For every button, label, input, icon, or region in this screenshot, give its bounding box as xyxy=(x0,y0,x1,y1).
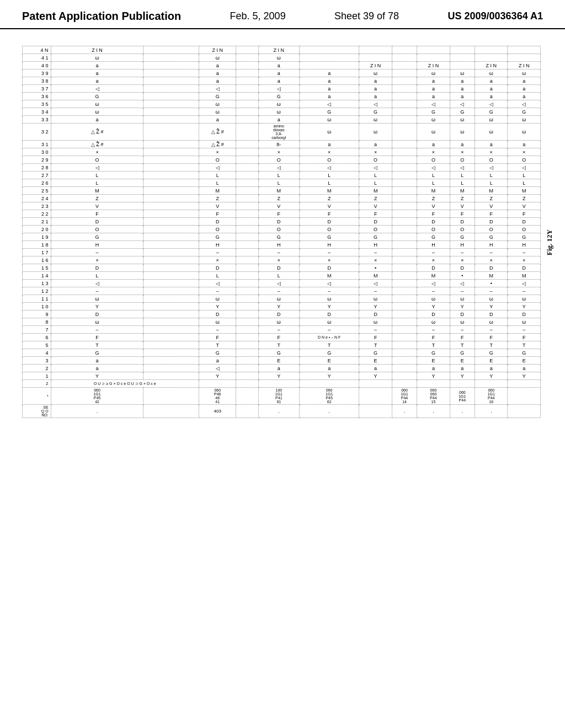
table-row: 1 3 ◁ ◁ ◁ ◁ ◁ ◁ ◁ • ◁ xyxy=(23,280,541,287)
table-row: 2 5 M M M M M M M M M xyxy=(23,187,541,195)
table-row: 9 D D D D D D D D D xyxy=(23,311,541,318)
table-row: 2 7 L L L L L L L L L xyxy=(23,172,541,179)
table-row: 2 8 ◁ ◁ ◁ ◁ ◁ ◁ ◁ ◁ ◁ xyxy=(23,164,541,172)
table-row: 3 6 G G G a a a a a a xyxy=(23,93,541,100)
table-row: 3 a a E E E E E E E xyxy=(23,357,541,365)
table-row: 3 7 ◁ ◁ ◁ a a a a a a xyxy=(23,85,541,93)
table-row: 4 G G G G G G G G G xyxy=(23,349,541,357)
table-row: 1 7 – – – – – – – – – xyxy=(23,249,541,256)
table-row: 7 – – – – – – – – – xyxy=(23,326,541,334)
table-row: 4 N Z I N Z I N Z I N xyxy=(23,46,541,54)
table-row: Z O U ⊃ ≥ G × O c e O U ⊃ G × O c e xyxy=(23,380,541,388)
table-row: 1 6 × × × × × × × × × xyxy=(23,256,541,264)
table-row: 4 0 a a a Z I N Z I N Z I N Z I N xyxy=(23,62,541,69)
sheet-info: Sheet 39 of 78 xyxy=(334,10,399,22)
figure-label: Fig. 12Y xyxy=(545,229,554,255)
table-row: 3 2 △ Z̄ # △ Z̄ # aminodioxao3,8-carboxy… xyxy=(23,124,541,141)
table-row: 8 ω ω ω ω ω ω ω ω ω xyxy=(23,318,541,326)
table-row: 3 3 a a a ω ω ω ω ω ω xyxy=(23,116,541,124)
table-row: 3 1 △ Z̄ # △ Z̄ # 8- a a a a a a xyxy=(23,141,541,148)
table-row: 2 2 F F F F F F F F F xyxy=(23,210,541,218)
table-row: 2 6 L L L L L L L L L xyxy=(23,179,541,187)
table-row: 2 0 O O O O O O O O O xyxy=(23,226,541,233)
page-header: Patent Application Publication Feb. 5, 2… xyxy=(0,0,565,29)
table-row: 1 2 – – – – – – – – – xyxy=(23,287,541,295)
table-row: 2 1 D D D D D D D D D xyxy=(23,218,541,226)
data-table: 4 N Z I N Z I N Z I N 4 1 ω ω ω xyxy=(22,46,541,418)
table-row: 3 0 × × × × × × × × × xyxy=(23,148,541,156)
table-row: 1 0 Y Y Y Y Y Y Y Y Y xyxy=(23,303,541,311)
publication-date: Feb. 5, 2009 xyxy=(230,10,286,22)
table-row: 1 5 D D D D • D D D D xyxy=(23,264,541,272)
main-content: Fig. 12Y 4 N Z I N Z I N Z I N 4 1 xyxy=(0,29,565,429)
table-row: 3 5 ω ω ω ◁ ◁ ◁ ◁ ◁ ◁ xyxy=(23,100,541,108)
patent-number: US 2009/0036364 A1 xyxy=(448,10,543,22)
table-row: 2 a ◁ a a a a a a a xyxy=(23,365,541,372)
table-row: 1 1 ω ω ω ω ω ω ω ω ω xyxy=(23,295,541,303)
table-row: 3 9 a a a a ω ω ω ω ω xyxy=(23,69,541,77)
table-row: SEQ ONO: , 403 , , , , , , xyxy=(23,405,541,418)
table-row: 2 9 O O O O O O O O O xyxy=(23,156,541,164)
table-row: 3 8 a a a a a a a a a xyxy=(23,77,541,85)
table-row: 1 8 H H H H H H H H H xyxy=(23,241,541,249)
table-row: 1 Y Y Y Y Y Y Y Y Y xyxy=(23,372,541,380)
publication-title: Patent Application Publication xyxy=(22,10,181,23)
table-row: * 0601G1P4542 060P464641 1001G1P4191 060… xyxy=(23,388,541,405)
table-row: 4 1 ω ω ω xyxy=(23,54,541,62)
table-row: 3 4 ω ω ω G G G G G G xyxy=(23,108,541,116)
table-row: 2 4 Z Z Z Z Z Z Z Z Z xyxy=(23,195,541,202)
table-row: 5 T T T T T T T T T xyxy=(23,341,541,349)
table-row: 6 F F F D N e • – N F F F F F F xyxy=(23,334,541,341)
table-row: 1 9 G G G G G G G G G xyxy=(23,233,541,241)
table-row: 2 3 V V V V V V V V V xyxy=(23,202,541,210)
table-row: 1 4 L L L M M M • M M xyxy=(23,272,541,280)
